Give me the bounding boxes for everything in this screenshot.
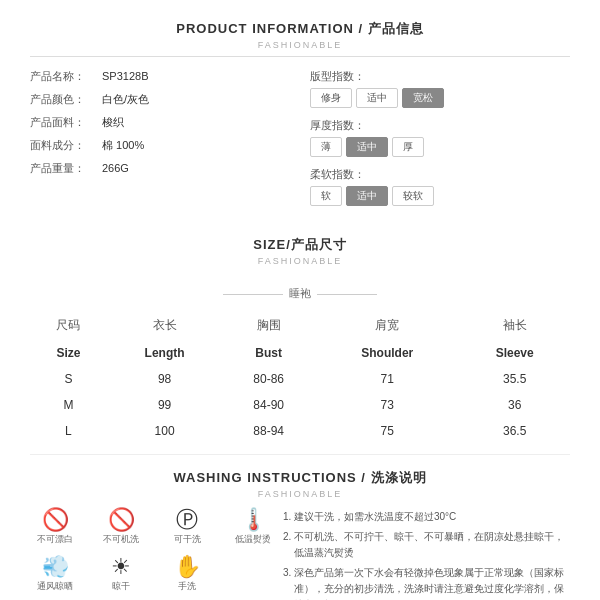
wash-icon: ☀ xyxy=(111,556,131,578)
product-info-divider xyxy=(30,56,570,57)
size-table-zh-header-row: 尺码衣长胸围肩宽袖长 xyxy=(30,311,570,340)
product-fields-left: 产品名称：SP3128B产品颜色：白色/灰色产品面料：梭织面料成分：棉 100%… xyxy=(30,69,290,216)
info-row: 产品重量：266G xyxy=(30,161,290,176)
wash-icon-label: 不可机洗 xyxy=(103,533,139,546)
table-cell: 73 xyxy=(315,392,459,418)
size-table-zh-header: 袖长 xyxy=(459,311,570,340)
product-info-title: PRODUCT INFORMATION / 产品信息 xyxy=(30,20,570,38)
index-group: 厚度指数：薄适中厚 xyxy=(310,118,570,157)
size-table-en-header: Bust xyxy=(222,340,315,366)
size-table-body: S9880-867135.5M9984-907336L10088-947536.… xyxy=(30,366,570,444)
table-cell: L xyxy=(30,418,107,444)
index-button[interactable]: 宽松 xyxy=(402,88,444,108)
info-label: 产品面料： xyxy=(30,115,102,130)
info-value: 266G xyxy=(102,162,129,174)
info-row: 面料成分：棉 100% xyxy=(30,138,290,153)
info-label: 面料成分： xyxy=(30,138,102,153)
index-buttons: 软适中较软 xyxy=(310,186,570,206)
size-table-zh-header: 胸围 xyxy=(222,311,315,340)
washing-instruction-item: 建议干洗，如需水洗温度不超过30°C xyxy=(294,509,570,525)
table-cell: 71 xyxy=(315,366,459,392)
product-info-sub: FASHIONABLE xyxy=(30,40,570,50)
wash-icon-item: 🚫不可漂白 xyxy=(30,509,80,546)
page: PRODUCT INFORMATION / 产品信息 FASHIONABLE 产… xyxy=(0,0,600,600)
wash-icon-item: ☀晾干 xyxy=(96,556,146,593)
table-row: M9984-907336 xyxy=(30,392,570,418)
index-buttons: 修身适中宽松 xyxy=(310,88,570,108)
index-label: 厚度指数： xyxy=(310,118,570,133)
table-row: S9880-867135.5 xyxy=(30,366,570,392)
washing-title: WASHING INSTRUCTIONS / 洗涤说明 xyxy=(30,469,570,487)
index-label: 版型指数： xyxy=(310,69,570,84)
wash-icon-item: 💨通风晾晒 xyxy=(30,556,80,593)
washing-header: WASHING INSTRUCTIONS / 洗涤说明 FASHIONABLE xyxy=(30,469,570,499)
index-button[interactable]: 较软 xyxy=(392,186,434,206)
size-table-en-header: Size xyxy=(30,340,107,366)
table-row: L10088-947536.5 xyxy=(30,418,570,444)
washing-sub: FASHIONABLE xyxy=(30,489,570,499)
info-label: 产品颜色： xyxy=(30,92,102,107)
size-table: 尺码衣长胸围肩宽袖长 SizeLengthBustShoulderSleeve … xyxy=(30,311,570,444)
table-cell: 99 xyxy=(107,392,222,418)
table-cell: M xyxy=(30,392,107,418)
washing-icons: 🚫不可漂白🚫不可机洗Ⓟ可干洗🌡️低温熨烫💨通风晾晒☀晾干✋手洗 xyxy=(30,509,278,600)
size-title: SIZE/产品尺寸 xyxy=(30,236,570,254)
table-cell: 75 xyxy=(315,418,459,444)
table-cell: 84-90 xyxy=(222,392,315,418)
wash-icon: ✋ xyxy=(174,556,201,578)
info-value: SP3128B xyxy=(102,70,148,82)
index-button[interactable]: 修身 xyxy=(310,88,352,108)
table-cell: 88-94 xyxy=(222,418,315,444)
info-row: 产品颜色：白色/灰色 xyxy=(30,92,290,107)
wash-icon-label: 通风晾晒 xyxy=(37,580,73,593)
index-buttons: 薄适中厚 xyxy=(310,137,570,157)
index-button[interactable]: 软 xyxy=(310,186,342,206)
index-group: 柔软指数：软适中较软 xyxy=(310,167,570,206)
size-table-zh-header: 尺码 xyxy=(30,311,107,340)
product-fields-right: 版型指数：修身适中宽松厚度指数：薄适中厚柔软指数：软适中较软 xyxy=(310,69,570,216)
washing-instruction-item: 深色产品第一次下水会有轻微掉色现象属于正常现象（国家标准），充分的初步清洗，洗涤… xyxy=(294,565,570,600)
wash-icon-label: 可干洗 xyxy=(174,533,201,546)
table-cell: 98 xyxy=(107,366,222,392)
table-cell: 35.5 xyxy=(459,366,570,392)
index-button[interactable]: 适中 xyxy=(346,137,388,157)
index-button[interactable]: 适中 xyxy=(356,88,398,108)
info-row: 产品面料：梭织 xyxy=(30,115,290,130)
wash-icon: 💨 xyxy=(42,556,69,578)
wash-icon-label: 低温熨烫 xyxy=(235,533,271,546)
washing-instruction-item: 不可机洗、不可拧干、晾干、不可暴晒，在阴凉处悬挂晾干，低温蒸汽熨烫 xyxy=(294,529,570,561)
wash-icon-item: Ⓟ可干洗 xyxy=(162,509,212,546)
wash-icon: 🚫 xyxy=(42,509,69,531)
wash-icon-item: 🌡️低温熨烫 xyxy=(228,509,278,546)
garment-type: 睡袍 xyxy=(30,286,570,301)
washing-icons-row: 💨通风晾晒☀晾干✋手洗 xyxy=(30,556,278,593)
product-info-content: 产品名称：SP3128B产品颜色：白色/灰色产品面料：梭织面料成分：棉 100%… xyxy=(30,69,570,216)
product-info-header: PRODUCT INFORMATION / 产品信息 FASHIONABLE xyxy=(30,20,570,50)
wash-icon-label: 不可漂白 xyxy=(37,533,73,546)
index-group: 版型指数：修身适中宽松 xyxy=(310,69,570,108)
wash-icon: 🌡️ xyxy=(240,509,267,531)
info-value: 白色/灰色 xyxy=(102,92,149,107)
size-table-zh-header: 衣长 xyxy=(107,311,222,340)
index-button[interactable]: 厚 xyxy=(392,137,424,157)
info-row: 产品名称：SP3128B xyxy=(30,69,290,84)
wash-icon-item: ✋手洗 xyxy=(162,556,212,593)
table-cell: S xyxy=(30,366,107,392)
index-button[interactable]: 适中 xyxy=(346,186,388,206)
size-header: SIZE/产品尺寸 FASHIONABLE xyxy=(30,236,570,266)
size-table-en-header-row: SizeLengthBustShoulderSleeve xyxy=(30,340,570,366)
size-table-zh-header: 肩宽 xyxy=(315,311,459,340)
table-cell: 36 xyxy=(459,392,570,418)
size-table-en-header: Sleeve xyxy=(459,340,570,366)
table-cell: 36.5 xyxy=(459,418,570,444)
index-button[interactable]: 薄 xyxy=(310,137,342,157)
index-label: 柔软指数： xyxy=(310,167,570,182)
wash-icon-label: 晾干 xyxy=(112,580,130,593)
washing-instructions: 建议干洗，如需水洗温度不超过30°C不可机洗、不可拧干、晾干、不可暴晒，在阴凉处… xyxy=(294,509,570,600)
table-cell: 80-86 xyxy=(222,366,315,392)
size-sub: FASHIONABLE xyxy=(30,256,570,266)
washing-section: WASHING INSTRUCTIONS / 洗涤说明 FASHIONABLE … xyxy=(30,454,570,600)
table-cell: 100 xyxy=(107,418,222,444)
size-table-en-header: Length xyxy=(107,340,222,366)
info-label: 产品名称： xyxy=(30,69,102,84)
